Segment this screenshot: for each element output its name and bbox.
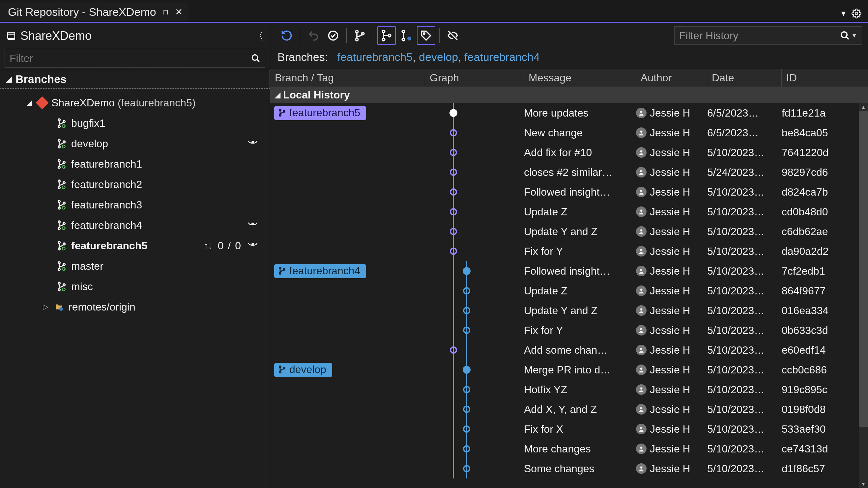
branch-link[interactable]: featurebranch4 bbox=[464, 51, 540, 63]
watch-eye-icon[interactable] bbox=[247, 240, 258, 252]
commit-id: fd11e21a bbox=[782, 107, 868, 119]
commit-row[interactable]: closes #2 similar…Jessie H5/24/2023…9829… bbox=[270, 162, 868, 182]
local-branches-button[interactable] bbox=[377, 26, 396, 45]
branch-name: develop bbox=[71, 138, 108, 150]
avatar bbox=[636, 147, 647, 158]
commit-row[interactable]: Hotfix YZJessie H5/10/2023…919c895c bbox=[270, 380, 868, 399]
branch-filter-line: Branches: featurebranch5, develop, featu… bbox=[270, 47, 868, 69]
branch-item[interactable]: featurebranch3 bbox=[0, 195, 270, 215]
commit-row[interactable]: More changesJessie H5/10/2023…ce74313d bbox=[270, 439, 868, 459]
pin-icon[interactable]: ⊓ bbox=[163, 8, 168, 17]
tags-button[interactable] bbox=[417, 26, 435, 45]
svg-point-74 bbox=[279, 366, 281, 368]
branches-section-header[interactable]: ◢ Branches bbox=[0, 70, 270, 89]
graph-node bbox=[450, 248, 457, 255]
commit-row[interactable]: Update Y and ZJessie H5/10/2023…c6db62ae bbox=[270, 222, 868, 241]
remotes-node[interactable]: remotes/origin bbox=[0, 297, 270, 317]
back-icon[interactable]: 〈 bbox=[253, 28, 264, 43]
local-history-header[interactable]: ◢ Local History bbox=[270, 87, 868, 103]
graph-node bbox=[450, 109, 457, 117]
col-graph[interactable]: Graph bbox=[425, 69, 524, 87]
commit-row[interactable]: Update ZJessie H5/10/2023…cd0b48d0 bbox=[270, 202, 868, 222]
commit-row[interactable]: Add some chan…Jessie H5/10/2023…e60edf14 bbox=[270, 340, 868, 360]
branch-pill[interactable]: develop bbox=[274, 363, 332, 377]
commit-row[interactable]: developMerge PR into d…Jessie H5/10/2023… bbox=[270, 360, 868, 380]
svg-point-34 bbox=[58, 262, 60, 264]
graph-node bbox=[450, 149, 457, 156]
remote-branches-button[interactable] bbox=[397, 26, 415, 45]
col-msg[interactable]: Message bbox=[524, 69, 636, 87]
branch-item[interactable]: featurebranch4 bbox=[0, 215, 270, 235]
commit-row[interactable]: featurebranch5More updatesJessie H6/5/20… bbox=[270, 103, 868, 123]
col-id[interactable]: ID bbox=[782, 69, 868, 87]
commit-row[interactable]: Add X, Y, and ZJessie H5/10/2023…0198f0d… bbox=[270, 399, 868, 419]
commit-date: 5/10/2023… bbox=[707, 463, 782, 475]
svg-point-7 bbox=[58, 139, 60, 141]
col-author[interactable]: Author bbox=[636, 69, 707, 87]
scrollbar[interactable]: ▲ ▼ bbox=[859, 103, 868, 488]
branch-name: master bbox=[71, 260, 103, 272]
commit-author: Jessie H bbox=[650, 226, 690, 238]
col-branch[interactable]: Branch / Tag bbox=[270, 69, 425, 87]
commit-row[interactable]: Followed insight…Jessie H5/10/2023…d824c… bbox=[270, 182, 868, 202]
scroll-down-icon[interactable]: ▼ bbox=[859, 480, 868, 488]
close-icon[interactable]: ✕ bbox=[175, 7, 183, 18]
branch-item[interactable]: featurebranch2 bbox=[0, 174, 270, 195]
commit-row[interactable]: Fix for YJessie H5/10/2023…da90a2d2 bbox=[270, 241, 868, 261]
watch-eye-icon[interactable] bbox=[247, 219, 258, 231]
branch-link[interactable]: develop bbox=[419, 51, 458, 63]
branch-link[interactable]: featurebranch5 bbox=[337, 51, 412, 63]
commit-row[interactable]: New changeJessie H6/5/2023…be84ca05 bbox=[270, 123, 868, 142]
commit-message: New change bbox=[524, 127, 636, 139]
filter-history-input[interactable]: ▼ bbox=[674, 26, 862, 45]
refresh-button[interactable] bbox=[277, 26, 296, 45]
local-history-label: Local History bbox=[283, 89, 350, 101]
window-tab[interactable]: Git Repository - ShareXDemo ⊓ ✕ bbox=[0, 2, 188, 22]
commit-message: Fix for Y bbox=[524, 324, 636, 336]
branch-item[interactable]: featurebranch5↑↓0 / 0 bbox=[0, 235, 270, 256]
avatar bbox=[636, 424, 647, 434]
branch-item[interactable]: bugfix1 bbox=[0, 113, 270, 133]
branch-filter-field[interactable] bbox=[9, 52, 251, 65]
commit-author: Jessie H bbox=[650, 403, 690, 416]
filter-history-field[interactable] bbox=[679, 30, 840, 42]
commit-row[interactable]: Fix for YJessie H5/10/2023…0b633c3d bbox=[270, 320, 868, 340]
branch-filter-input[interactable] bbox=[5, 49, 265, 68]
branches-label: Branches: bbox=[277, 51, 328, 63]
graph-node bbox=[463, 386, 470, 393]
branch-item[interactable]: develop bbox=[0, 133, 270, 154]
chevron-down-icon[interactable]: ▼ bbox=[851, 32, 857, 39]
commit-row[interactable]: Fix for XJessie H5/10/2023…533aef30 bbox=[270, 419, 868, 439]
commit-row[interactable]: featurebranch4Followed insight…Jessie H5… bbox=[270, 261, 868, 281]
branch-graph-button[interactable] bbox=[351, 26, 369, 45]
col-date[interactable]: Date bbox=[707, 69, 782, 87]
branch-pill[interactable]: featurebranch5 bbox=[274, 106, 366, 120]
scroll-up-icon[interactable]: ▲ bbox=[859, 103, 868, 111]
branch-pill[interactable]: featurebranch4 bbox=[274, 264, 366, 278]
commit-date: 5/10/2023… bbox=[707, 186, 782, 198]
branch-name: featurebranch1 bbox=[71, 158, 142, 170]
fetch-check-button[interactable] bbox=[324, 26, 342, 45]
branch-item[interactable]: misc bbox=[0, 276, 270, 297]
svg-point-70 bbox=[640, 288, 643, 291]
gear-icon[interactable] bbox=[851, 8, 861, 19]
repo-node[interactable]: ◢ ShareXDemo (featurebranch5) bbox=[0, 93, 270, 113]
search-icon bbox=[251, 54, 260, 63]
commit-row[interactable]: Some changesJessie H5/10/2023…d1f86c57 bbox=[270, 459, 868, 479]
chevron-down-icon[interactable]: ▾ bbox=[841, 8, 845, 19]
svg-point-4 bbox=[58, 126, 60, 127]
svg-point-29 bbox=[58, 241, 60, 243]
undo-button[interactable] bbox=[304, 26, 322, 45]
svg-rect-1 bbox=[7, 32, 14, 38]
commit-row[interactable]: Add fix for #10Jessie H5/10/2023…7641220… bbox=[270, 142, 868, 162]
scroll-thumb[interactable] bbox=[859, 111, 868, 427]
svg-point-51 bbox=[402, 38, 405, 41]
branch-item[interactable]: featurebranch1 bbox=[0, 154, 270, 174]
hide-button[interactable] bbox=[443, 26, 462, 45]
commit-row[interactable]: Update ZJessie H5/10/2023…864f9677 bbox=[270, 281, 868, 301]
svg-point-3 bbox=[58, 119, 60, 121]
branch-item[interactable]: master bbox=[0, 256, 270, 276]
graph-node bbox=[450, 169, 457, 176]
watch-eye-icon[interactable] bbox=[247, 138, 258, 150]
commit-row[interactable]: Update Y and ZJessie H5/10/2023…016ea334 bbox=[270, 301, 868, 320]
